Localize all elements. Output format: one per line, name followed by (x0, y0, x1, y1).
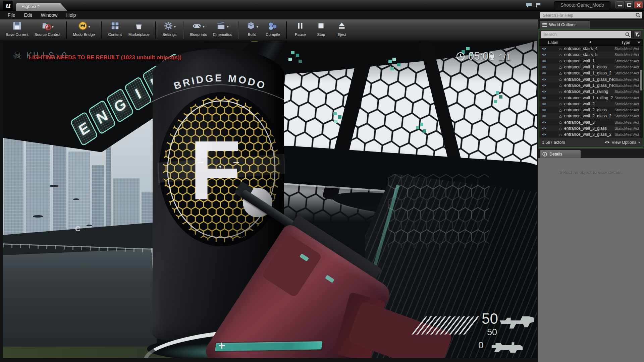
help-search-input[interactable] (540, 12, 642, 19)
toolbar-label: Marketplace (128, 33, 150, 37)
content-button[interactable]: Content (105, 20, 125, 37)
column-type[interactable]: Type (621, 40, 630, 45)
level-tab[interactable]: Highrise* (16, 3, 67, 11)
dropdown-caret-icon[interactable]: ▾ (89, 25, 90, 28)
outliner-filter-button[interactable] (633, 31, 641, 38)
static-mesh-icon: ⌂ (557, 46, 564, 51)
outliner-row[interactable]: ⌂entrance_wall_1_railing_2StaticMeshAct (539, 95, 643, 101)
title-bar[interactable]: u Highrise* ShooterGame_Modo (0, 0, 644, 11)
actor-label: entrance_stairs_5 (564, 52, 614, 57)
cinematics-button[interactable]: ▾ Cinematics (210, 20, 235, 37)
visibility-eye-icon[interactable] (539, 65, 549, 69)
actor-type: StaticMeshAct (614, 89, 643, 94)
visibility-eye-icon[interactable] (539, 96, 549, 100)
secondary-ammo-count: 0 (478, 340, 484, 351)
static-mesh-icon: ⌂ (557, 65, 564, 70)
dropdown-caret-icon[interactable]: ▾ (203, 25, 204, 28)
source-control-button[interactable]: ▾ Source Control (32, 20, 63, 37)
visibility-eye-icon[interactable] (539, 53, 549, 56)
actor-type: StaticMeshAct (614, 120, 643, 124)
info-icon (542, 152, 547, 157)
visibility-eye-icon[interactable] (539, 121, 549, 124)
toolbar-label: Compile (266, 33, 280, 37)
menu-file[interactable]: File (4, 12, 19, 18)
dropdown-caret-icon[interactable]: ▾ (52, 25, 54, 28)
pause-icon (295, 21, 305, 32)
visibility-eye-icon[interactable] (539, 84, 549, 87)
actor-label: entrance_wall_2_glass_2 (564, 114, 614, 118)
menu-window[interactable]: Window (37, 12, 61, 18)
marketplace-button[interactable]: Marketplace (125, 20, 153, 37)
outliner-row[interactable]: ⌂entrance_wall_2_glassStaticMeshAct (539, 107, 643, 113)
dropdown-caret-icon[interactable]: ▾ (174, 25, 176, 28)
scrollbar-thumb[interactable] (640, 70, 642, 90)
stop-button[interactable]: Stop (311, 20, 331, 37)
visibility-eye-icon[interactable] (539, 78, 549, 81)
static-mesh-icon: ⌂ (557, 101, 564, 106)
outliner-row[interactable]: ⌂entrance_wall_1StaticMeshAct (539, 58, 643, 64)
settings-button[interactable]: ▾ Settings (159, 20, 180, 37)
outliner-row[interactable]: ⌂entrance_wall_1_glass_2StaticMeshAct (539, 70, 643, 76)
outliner-row-list[interactable]: ⌂entrance_stairs_4StaticMeshAct ⌂entranc… (539, 46, 643, 138)
visibility-eye-icon[interactable] (539, 108, 549, 112)
visibility-eye-icon[interactable] (539, 71, 549, 75)
outliner-row[interactable]: ⌂entrance_wall_3_glassStaticMeshAct (539, 125, 643, 131)
view-options-button[interactable]: View Options ▾ (604, 140, 640, 145)
clock-icon (456, 52, 465, 61)
outliner-row[interactable]: ⌂entrance_wall_3_glass_2StaticMeshAct (539, 131, 643, 137)
outliner-row[interactable]: ⌂entrance_stairs_4StaticMeshAct (539, 46, 643, 52)
static-mesh-icon: ⌂ (557, 95, 564, 100)
outliner-search-input[interactable] (541, 31, 632, 38)
eject-button[interactable]: Eject (331, 20, 352, 37)
project-title: ShooterGame_Modo (554, 1, 610, 9)
feedback-bubble-icon[interactable] (526, 2, 532, 8)
column-label[interactable]: Label (548, 40, 558, 45)
details-tab[interactable]: Details (539, 150, 581, 158)
flag-icon[interactable] (536, 2, 542, 8)
save-current-button[interactable]: Save Current (3, 20, 32, 37)
close-button[interactable] (634, 1, 643, 8)
scene-teal-pixels (388, 60, 392, 63)
visibility-eye-icon[interactable] (539, 133, 549, 136)
compile-button[interactable]: Compile (262, 20, 283, 37)
toolbar-label: Build (248, 33, 257, 37)
minimize-button[interactable] (615, 1, 624, 8)
scene-teal-pixels (333, 112, 337, 115)
outliner-row[interactable]: ⌂entrance_wall_1_glassStaticMeshAct (539, 64, 643, 70)
visibility-eye-icon[interactable] (539, 59, 549, 63)
outliner-row[interactable]: ⌂entrance_wall_2StaticMeshAct (539, 101, 643, 107)
menu-edit[interactable]: Edit (20, 12, 36, 18)
game-viewport[interactable]: E N G I N E C BRIDGE MODO F (3, 41, 537, 358)
sort-ascending-icon[interactable]: ▲ (589, 40, 592, 43)
outliner-scrollbar[interactable] (640, 46, 643, 138)
outliner-row[interactable]: ⌂entrance_wall_3StaticMeshAct (539, 119, 643, 125)
clapperboard-icon (216, 21, 226, 32)
visibility-eye-icon[interactable] (539, 47, 549, 50)
health-plus-icon (219, 343, 225, 349)
modo-bridge-button[interactable]: ▾ Modo Bridge (70, 20, 98, 37)
outliner-column-header[interactable]: Label ▲ Type (539, 39, 643, 46)
visibility-eye-icon[interactable] (539, 114, 549, 118)
lighting-rebuild-warning: LIGHTING NEEDS TO BE REBUILT (1023 unbui… (29, 54, 181, 61)
outliner-row[interactable]: ⌂entrance_stairs_5StaticMeshAct (539, 52, 643, 58)
pause-button[interactable]: Pause (290, 20, 311, 37)
outliner-row[interactable]: ⌂entrance_wall_1_glass_hexStaticMeshAct (539, 76, 643, 82)
column-options-icon[interactable] (637, 41, 641, 46)
dropdown-caret-icon[interactable]: ▾ (257, 25, 258, 28)
visibility-eye-icon[interactable] (539, 90, 549, 93)
actor-label: entrance_wall_3_glass (564, 126, 614, 131)
scene-ship (87, 225, 92, 226)
actor-type: StaticMeshAct (614, 96, 643, 100)
maximize-button[interactable] (625, 1, 633, 8)
outliner-row[interactable]: ⌂entrance_wall_1_railingStaticMeshAct (539, 88, 643, 95)
world-outliner-tab[interactable]: World Outliner (539, 20, 590, 29)
visibility-eye-icon[interactable] (539, 127, 549, 130)
menu-help[interactable]: Help (62, 12, 79, 18)
build-button[interactable]: ▾ Build (241, 20, 262, 37)
visibility-eye-icon[interactable] (539, 102, 549, 106)
outliner-row[interactable]: ⌂entrance_wall_1_glass_hexStaticMeshAct (539, 82, 643, 88)
scene-teal-pixels (420, 123, 423, 126)
blueprints-button[interactable]: ▾ Blueprints (186, 20, 210, 37)
dropdown-caret-icon[interactable]: ▾ (227, 25, 228, 28)
outliner-row[interactable]: ⌂entrance_wall_2_glass_2StaticMeshAct (539, 113, 643, 119)
